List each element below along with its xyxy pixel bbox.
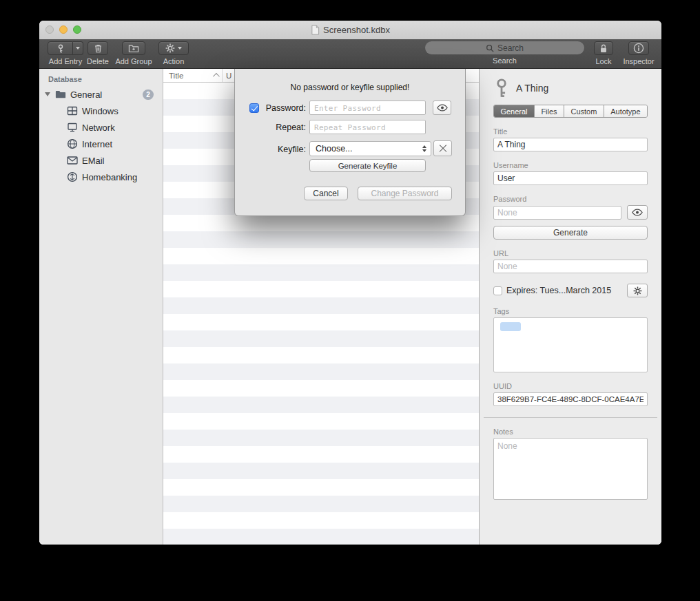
column-header-username[interactable]: U [223, 72, 231, 80]
change-password-button[interactable]: Change Password [358, 187, 452, 200]
popup-stepper-icon [422, 145, 426, 152]
add-group-button[interactable] [122, 41, 145, 55]
app-window: Screenshot.kdbx Add Entry [39, 21, 661, 545]
gear-icon [165, 43, 175, 53]
tab-files[interactable]: Files [534, 105, 564, 117]
sidebar-item-internet[interactable]: Internet [39, 136, 163, 152]
network-icon [66, 122, 78, 134]
sort-ascending-icon [213, 73, 220, 80]
lock-label: Lock [587, 58, 620, 65]
chevron-down-icon [76, 47, 80, 50]
repeat-label: Repeat: [256, 123, 306, 132]
search-label: Search [425, 57, 584, 65]
expires-checkbox[interactable] [493, 286, 502, 295]
chevron-down-icon [178, 47, 182, 50]
add-entry-label: Add Entry [47, 58, 84, 65]
info-icon [633, 43, 644, 54]
dialog-message: No password or keyfile supplied! [235, 83, 465, 92]
change-password-dialog: No password or keyfile supplied! Passwor… [234, 69, 466, 216]
disclosure-triangle-icon[interactable] [45, 92, 50, 96]
notes-input[interactable] [493, 438, 648, 500]
sidebar-item-label: Internet [82, 139, 112, 149]
reveal-password-button[interactable] [627, 205, 648, 220]
key-icon [493, 78, 510, 98]
uuid-input[interactable] [493, 392, 648, 406]
divider [484, 417, 657, 418]
clear-keyfile-button[interactable] [433, 140, 452, 156]
lock-button[interactable] [594, 41, 613, 55]
sidebar-item-general[interactable]: General 2 [39, 86, 163, 103]
lock-group: Lock [587, 41, 620, 65]
password-input[interactable] [309, 101, 426, 115]
username-label: Username [493, 161, 648, 169]
delete-group: Delete [83, 41, 113, 65]
eye-icon [632, 209, 643, 216]
sidebar-item-label: Network [82, 123, 115, 133]
add-entry-button[interactable] [48, 41, 73, 55]
action-label: Action [156, 58, 191, 65]
folder-icon [54, 89, 66, 101]
inspector-label: Inspector [619, 58, 658, 65]
envelope-icon [66, 155, 78, 167]
search-placeholder: Search [497, 43, 524, 53]
cancel-button[interactable]: Cancel [304, 187, 348, 200]
uuid-label: UUID [493, 382, 648, 390]
generate-keyfile-button[interactable]: Generate Keyfile [309, 159, 426, 172]
windows-icon [66, 105, 78, 117]
search-icon [486, 44, 494, 52]
column-header-title[interactable]: Title [163, 72, 222, 80]
tab-custom[interactable]: Custom [564, 105, 604, 117]
keyfile-label: Keyfile: [256, 145, 306, 154]
tags-box[interactable] [493, 317, 648, 372]
entry-header: A Thing [493, 76, 648, 101]
trash-icon [94, 43, 103, 54]
window-controls [45, 25, 81, 34]
sidebar-item-label: EMail [82, 156, 105, 166]
tag-token[interactable] [500, 322, 521, 331]
window-title: Screenshot.kdbx [323, 25, 390, 35]
tab-autotype[interactable]: Autotype [604, 105, 647, 117]
minimize-button[interactable] [59, 25, 68, 34]
action-button[interactable] [158, 41, 189, 55]
toolbar: Add Entry Delete Add Group [39, 39, 661, 69]
reveal-password-button[interactable] [433, 101, 451, 115]
sidebar-header: Database [39, 69, 163, 86]
inspector-tabs: General Files Custom Autotype [493, 105, 648, 118]
expires-options-button[interactable] [627, 284, 648, 297]
sidebar-item-windows[interactable]: Windows [39, 103, 163, 119]
url-input[interactable] [493, 260, 648, 273]
notes-label: Notes [493, 428, 648, 436]
password-label: Password [493, 195, 648, 203]
generate-password-button[interactable]: Generate [493, 226, 648, 240]
close-button[interactable] [45, 25, 54, 34]
password-label: Password: [256, 104, 306, 113]
expires-row: Expires: Tues...March 2015 [493, 284, 648, 297]
repeat-password-input[interactable] [309, 120, 426, 134]
entry-title: A Thing [516, 83, 548, 94]
title-input[interactable] [493, 138, 648, 151]
close-x-icon [438, 144, 448, 154]
username-input[interactable] [493, 171, 648, 185]
tags-label: Tags [493, 307, 648, 315]
titlebar: Screenshot.kdbx [39, 21, 661, 39]
inspector-button[interactable] [628, 41, 649, 55]
sidebar-item-network[interactable]: Network [39, 119, 163, 136]
tab-general[interactable]: General [494, 105, 534, 117]
search-input[interactable]: Search [425, 41, 584, 54]
sidebar-item-homebanking[interactable]: Homebanking [39, 169, 163, 185]
password-input[interactable] [493, 206, 621, 220]
add-group-group: Add Group [112, 41, 156, 65]
keyfile-popup[interactable]: Choose... [309, 141, 431, 156]
sidebar-item-label: Windows [82, 106, 119, 116]
sidebar-item-label: General [70, 89, 102, 100]
key-icon [56, 43, 65, 54]
add-entry-group: Add Entry [47, 41, 84, 65]
add-entry-dropdown-button[interactable] [73, 41, 83, 55]
delete-button[interactable] [88, 41, 108, 55]
zoom-button[interactable] [73, 25, 81, 34]
entry-count-badge: 2 [143, 89, 154, 100]
inspector-toggle-group: Inspector [619, 41, 658, 65]
sidebar-item-email[interactable]: EMail [39, 152, 163, 169]
globe-icon [66, 138, 78, 150]
delete-label: Delete [83, 58, 113, 65]
